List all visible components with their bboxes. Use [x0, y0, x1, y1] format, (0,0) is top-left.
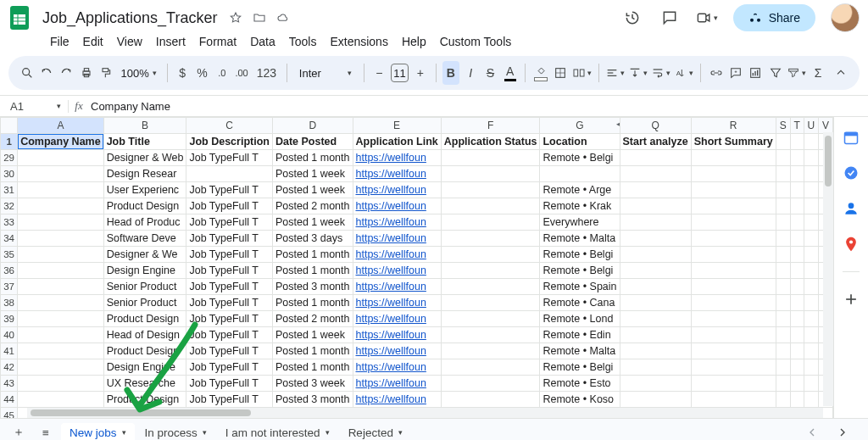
cell[interactable]: [691, 182, 776, 198]
cell[interactable]: Posted 1 week: [272, 214, 353, 231]
cell[interactable]: [620, 295, 691, 311]
cell[interactable]: [804, 327, 818, 343]
column-header-Q[interactable]: Q: [620, 118, 691, 134]
cell[interactable]: [804, 392, 818, 408]
application-link[interactable]: https://wellfoun: [356, 361, 426, 373]
menu-extensions[interactable]: Extensions: [324, 33, 393, 50]
cell[interactable]: [441, 198, 540, 214]
cell[interactable]: Job TypeFull T: [186, 279, 272, 295]
application-link[interactable]: https://wellfoun: [356, 216, 426, 228]
cell[interactable]: Remote • Malta: [540, 343, 620, 359]
cell[interactable]: Job TypeFull T: [186, 311, 272, 327]
cell[interactable]: Posted 1 week: [272, 327, 353, 343]
history-icon[interactable]: [621, 7, 643, 29]
column-header-R[interactable]: R: [691, 118, 776, 134]
cell[interactable]: Posted 3 month: [272, 279, 353, 295]
application-link[interactable]: https://wellfoun: [356, 297, 426, 309]
cell[interactable]: [441, 359, 540, 376]
row-header-45[interactable]: 45: [1, 408, 18, 419]
cell[interactable]: [804, 231, 818, 247]
cell[interactable]: [441, 150, 540, 166]
cell[interactable]: https://wellfoun: [353, 198, 441, 214]
cell[interactable]: [790, 311, 804, 327]
cell[interactable]: Posted 2 month: [272, 198, 353, 214]
cell[interactable]: [804, 182, 818, 198]
cell[interactable]: [18, 343, 103, 359]
cell[interactable]: [790, 214, 804, 231]
cell[interactable]: Posted 1 month: [272, 343, 353, 359]
row-header-30[interactable]: 30: [1, 166, 18, 182]
row-header-38[interactable]: 38: [1, 295, 18, 311]
cell[interactable]: [790, 231, 804, 247]
functions-button[interactable]: Σ: [810, 61, 826, 85]
cell[interactable]: https://wellfoun: [353, 166, 441, 182]
cell[interactable]: [18, 376, 103, 392]
cell[interactable]: [790, 295, 804, 311]
menu-edit[interactable]: Edit: [77, 33, 109, 50]
cell[interactable]: [776, 392, 790, 408]
move-icon[interactable]: [253, 11, 266, 25]
increase-font-size-button[interactable]: +: [412, 61, 428, 85]
cell[interactable]: Design Engine: [103, 359, 186, 376]
star-icon[interactable]: [229, 11, 242, 25]
cell[interactable]: [790, 263, 804, 279]
font-family-select[interactable]: Inter▾: [294, 67, 357, 80]
sheets-logo[interactable]: [8, 3, 31, 32]
cell[interactable]: Job TypeFull T: [186, 359, 272, 376]
application-link[interactable]: https://wellfoun: [356, 313, 426, 325]
account-avatar[interactable]: [831, 3, 860, 32]
cell[interactable]: [691, 247, 776, 263]
column-header-U[interactable]: U: [804, 118, 818, 134]
cell[interactable]: Remote • Arge: [540, 182, 620, 198]
application-link[interactable]: https://wellfoun: [356, 152, 426, 164]
cell[interactable]: [691, 198, 776, 214]
text-color-button[interactable]: A: [502, 61, 518, 85]
toolbar-overflow-button[interactable]: [833, 61, 849, 85]
cell[interactable]: Remote • Koso: [540, 392, 620, 408]
cell[interactable]: [620, 150, 691, 166]
cell[interactable]: [441, 214, 540, 231]
cell[interactable]: [776, 295, 790, 311]
select-all-corner[interactable]: [1, 118, 18, 134]
cell[interactable]: Posted 1 month: [272, 263, 353, 279]
cell[interactable]: [441, 376, 540, 392]
spreadsheet-grid[interactable]: ABCDEFG◂▸QRSTUV1Company NameJob TitleJob…: [0, 117, 833, 418]
cell[interactable]: [18, 198, 103, 214]
application-link[interactable]: https://wellfoun: [356, 232, 426, 244]
cell[interactable]: https://wellfoun: [353, 182, 441, 198]
column-header-B[interactable]: B: [103, 118, 186, 134]
format-percent-button[interactable]: %: [194, 61, 210, 85]
cell[interactable]: [776, 327, 790, 343]
menu-data[interactable]: Data: [244, 33, 281, 50]
cell[interactable]: Job TypeFull T: [186, 295, 272, 311]
side-tasks-icon[interactable]: [843, 200, 860, 217]
cell[interactable]: https://wellfoun: [353, 327, 441, 343]
cell[interactable]: [620, 166, 691, 182]
cell[interactable]: [691, 295, 776, 311]
cell[interactable]: Remote • Krak: [540, 198, 620, 214]
cell[interactable]: [691, 214, 776, 231]
cell[interactable]: [691, 231, 776, 247]
cell[interactable]: [691, 376, 776, 392]
cell[interactable]: Job TypeFull T: [186, 247, 272, 263]
cell[interactable]: [776, 376, 790, 392]
filter-button[interactable]: [767, 61, 783, 85]
cell[interactable]: UX Researche: [103, 376, 186, 392]
row-header-42[interactable]: 42: [1, 359, 18, 376]
font-size-input[interactable]: 11: [391, 64, 409, 82]
cell[interactable]: [790, 279, 804, 295]
cell[interactable]: Product Design: [103, 392, 186, 408]
sheet-tab-in-process[interactable]: In process▾: [136, 423, 215, 441]
text-wrap-button[interactable]: ▾: [651, 61, 670, 85]
bold-button[interactable]: B: [442, 61, 459, 85]
cell[interactable]: [441, 295, 540, 311]
cell[interactable]: [620, 231, 691, 247]
horizontal-align-button[interactable]: ▾: [605, 61, 625, 85]
zoom-select[interactable]: 100%▾: [118, 67, 160, 80]
cell[interactable]: [776, 150, 790, 166]
search-menu-icon[interactable]: [19, 61, 35, 85]
cell[interactable]: [620, 327, 691, 343]
decrease-font-size-button[interactable]: −: [371, 61, 387, 85]
menu-insert[interactable]: Insert: [150, 33, 192, 50]
cell[interactable]: [776, 182, 790, 198]
